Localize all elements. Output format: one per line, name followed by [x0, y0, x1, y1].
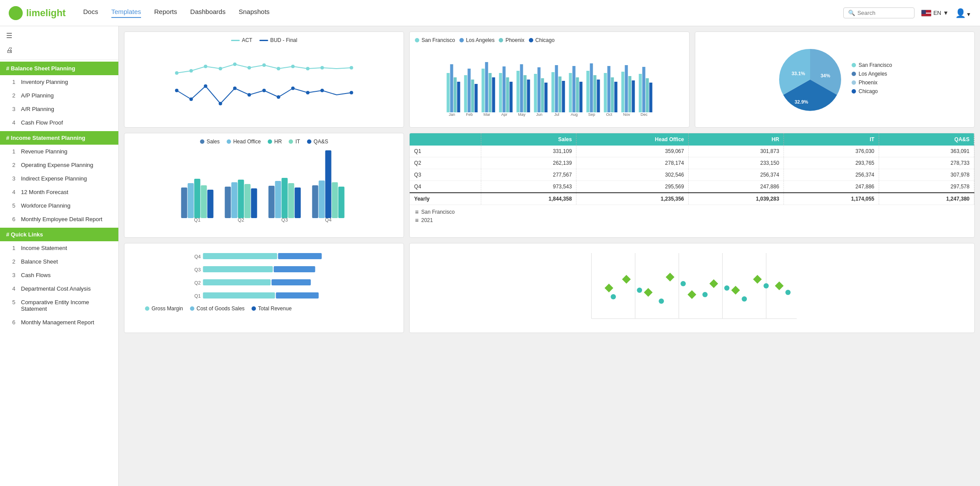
nav-dashboards[interactable]: Dashboards [190, 8, 226, 18]
svg-point-6 [248, 66, 251, 69]
svg-text:Apr: Apr [501, 112, 507, 117]
cell-q1-ho: 359,067 [576, 146, 689, 157]
sidebar-item-income-statement[interactable]: 1 Income Statement [0, 241, 118, 255]
svg-point-16 [219, 102, 222, 105]
nav-reports[interactable]: Reports [154, 8, 177, 18]
table-row: Q2 262,139 278,174 233,150 293,765 278,7… [410, 157, 974, 169]
table-row: Q4 973,543 295,569 247,886 247,886 297,5… [410, 181, 974, 193]
sidebar-item-monthly-employee[interactable]: 6 Monthly Employee Detail Report [0, 212, 118, 226]
search-input[interactable] [857, 10, 910, 16]
svg-rect-40 [510, 82, 513, 112]
user-menu[interactable]: 👤▼ [955, 8, 971, 18]
legend-qas: QA&S [307, 139, 328, 145]
sidebar-item-indirect-expense[interactable]: 3 Indirect Expense Planning [0, 172, 118, 185]
dot-total-revenue [252, 306, 256, 311]
horizontal-bar-legend: Gross Margin Cost of Goods Sales Total R… [130, 305, 398, 312]
income-statement-section-header: # Income Statement Planning [0, 131, 118, 145]
col-header-head-office: Head Office [576, 133, 689, 146]
svg-point-17 [233, 87, 237, 90]
sidebar-item-monthly-management[interactable]: 6 Monthly Management Report [0, 316, 118, 329]
svg-rect-54 [573, 66, 576, 112]
svg-rect-42 [520, 64, 523, 112]
sidebar-item-comparative-entity[interactable]: 5 Comparative Entity Income Statement [0, 295, 118, 316]
sidebar-item-ar-planning[interactable]: 3 A/R Planning [0, 102, 118, 116]
svg-text:Q1: Q1 [194, 293, 201, 299]
svg-rect-57 [587, 71, 590, 112]
legend-gross-margin: Gross Margin [145, 305, 183, 312]
col-header-it: IT [784, 133, 879, 146]
pie-label-la: Los Angeles [859, 71, 887, 77]
svg-point-4 [219, 67, 222, 70]
hamburger-icon[interactable]: ☰ [6, 31, 112, 40]
item-label: Monthly Employee Detail Report [21, 216, 102, 222]
svg-rect-53 [569, 73, 572, 112]
label-sales: Sales [207, 139, 220, 145]
legend-head-office: Head Office [227, 139, 261, 145]
svg-rect-58 [590, 63, 593, 112]
svg-point-21 [291, 87, 295, 90]
balance-sheet-section-header: # Balance Sheet Planning [0, 62, 118, 75]
svg-point-144 [725, 285, 730, 291]
legend-chi: Chicago [529, 37, 555, 43]
sidebar-item-cash-flow-proof[interactable]: 4 Cash Flow Proof [0, 116, 118, 129]
dot-sales [200, 139, 204, 144]
svg-point-146 [764, 283, 769, 288]
svg-marker-132 [644, 288, 653, 297]
svg-point-5 [233, 62, 237, 66]
svg-rect-39 [506, 77, 509, 112]
legend-chi-color [529, 38, 533, 42]
svg-rect-51 [559, 76, 562, 112]
svg-rect-102 [282, 178, 288, 218]
language-selector[interactable]: EN ▼ [921, 10, 949, 17]
nav-templates[interactable]: Templates [111, 8, 141, 18]
svg-rect-101 [275, 181, 281, 218]
svg-rect-110 [338, 187, 345, 218]
svg-rect-106 [312, 185, 318, 218]
monthly-bar-chart-card: San Francisco Los Angeles Phoenix Chicag… [409, 31, 689, 128]
item-label: A/P Planning [21, 92, 54, 99]
sidebar-item-12-month-forecast[interactable]: 4 12 Month Forecast [0, 185, 118, 199]
col-header-sales: Sales [481, 133, 576, 146]
svg-text:Q3: Q3 [281, 217, 288, 222]
legend-total-revenue: Total Revenue [252, 305, 292, 312]
sidebar-item-cash-flows[interactable]: 3 Cash Flows [0, 268, 118, 282]
svg-text:Sep: Sep [588, 112, 595, 117]
sidebar-item-ap-planning[interactable]: 2 A/P Planning [0, 89, 118, 102]
app-layout: ☰ 🖨 # Balance Sheet Planning 1 Inventory… [0, 26, 980, 486]
main-content: ACT BUD - Final [119, 26, 980, 486]
item-num: 4 [12, 189, 19, 195]
svg-rect-66 [625, 65, 628, 112]
sidebar-item-balance-sheet[interactable]: 2 Balance Sheet [0, 255, 118, 268]
cell-yearly-sales: 1,844,358 [481, 193, 576, 205]
logo-icon [9, 6, 23, 20]
svg-rect-120 [272, 279, 311, 285]
cell-q3-ho: 302,546 [576, 169, 689, 181]
pie-legend-la: Los Angeles [852, 71, 892, 77]
sidebar-item-workforce-planning[interactable]: 5 Workforce Planning [0, 199, 118, 212]
row-label-q1: Q1 [410, 146, 481, 157]
svg-rect-50 [555, 65, 558, 112]
dot-cogs [190, 306, 194, 311]
svg-rect-30 [468, 69, 471, 112]
item-num: 4 [12, 285, 19, 292]
item-label: 12 Month Forecast [21, 189, 68, 195]
logo[interactable]: limelight [9, 6, 66, 20]
svg-rect-117 [274, 266, 315, 272]
item-label: Cash Flows [21, 272, 51, 278]
nav-snapshots[interactable]: Snapshots [238, 8, 269, 18]
svg-point-18 [248, 93, 251, 97]
sidebar-item-operating-expense[interactable]: 2 Operating Expense Planning [0, 158, 118, 172]
sidebar-item-departmental-cost[interactable]: 4 Departmental Cost Analysis [0, 282, 118, 295]
label-it: IT [295, 139, 300, 145]
sidebar-item-revenue-planning[interactable]: 1 Revenue Planning [0, 145, 118, 158]
svg-rect-65 [621, 72, 625, 112]
print-icon[interactable]: 🖨 [6, 46, 112, 54]
nav-docs[interactable]: Docs [83, 8, 98, 18]
sidebar-item-inventory-planning[interactable]: 1 Inventory Planning [0, 75, 118, 89]
item-label: Indirect Expense Planning [21, 175, 87, 182]
pie-legend-sf: San Francisco [852, 62, 892, 68]
item-label: Income Statement [21, 245, 67, 251]
svg-rect-123 [276, 292, 319, 299]
search-box[interactable]: 🔍 [843, 7, 914, 18]
svg-marker-130 [605, 284, 614, 292]
